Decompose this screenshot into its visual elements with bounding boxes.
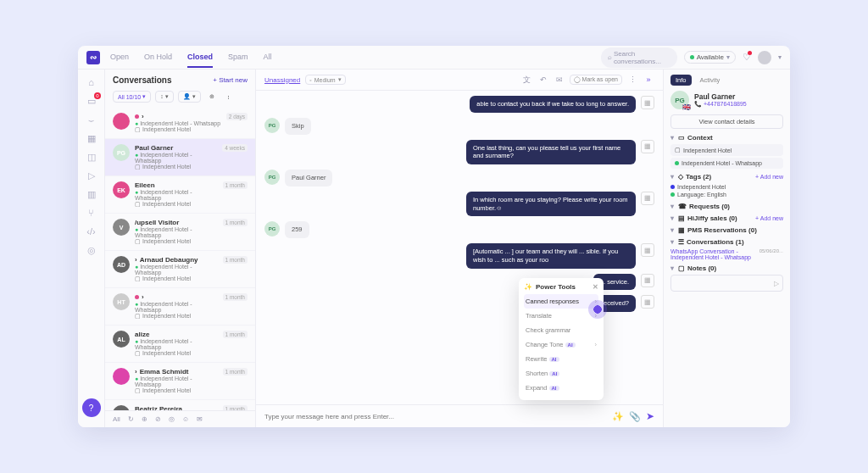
context-item: ▢ Independent Hotel — [670, 144, 783, 156]
message-composer: ✨ 📎 ➤ — [256, 404, 663, 427]
chevron-down-icon[interactable]: ▾ — [778, 53, 782, 61]
power-tool-item[interactable]: Translate› — [524, 309, 598, 323]
tab-onhold[interactable]: On Hold — [144, 47, 172, 68]
tab-spam[interactable]: Spam — [228, 47, 248, 68]
view-details-button[interactable]: View contact details — [670, 114, 783, 129]
chat-panel: Unassigned ◦ Medium ▾ 文 ↶ ✉ ◯ Mark as op… — [256, 70, 663, 427]
conversation-item[interactable]: EK Eileen ● Independent Hotel - Whatsapp… — [105, 176, 255, 214]
calendar-icon[interactable]: ▦ — [641, 243, 654, 257]
calendar-icon[interactable]: ▦ — [641, 96, 654, 109]
conversation-item[interactable]: AD ›Arnaud Debaugny ● Independent Hotel … — [105, 251, 255, 288]
send-button[interactable]: ➤ — [646, 410, 654, 422]
availability-status[interactable]: Available ▾ — [684, 51, 736, 64]
flag-icon: 🇬🇧 — [682, 103, 691, 111]
conversation-item[interactable]: › ● Independent Hotel - Whatsapp ▢ Indep… — [105, 108, 255, 139]
status-tabs: Open On Hold Closed Spam All — [110, 47, 272, 68]
message-row: PGPaul Garner — [264, 170, 654, 186]
power-tool-item[interactable]: Rewrite AI — [524, 352, 598, 366]
dashboard-icon[interactable]: ◫ — [86, 151, 97, 163]
nav-rail: ⌂ ▭ ⌣ ▦ ◫ ▷ ▥ ⑂ ‹/› ◎ ? — [78, 70, 105, 427]
power-tools-popover: ✨ Power Tools ✕ Canned responses›Transla… — [519, 278, 604, 400]
wand-icon: ✨ — [524, 283, 532, 291]
message-row: ▦[Automatic ... ] our team and they will… — [264, 243, 654, 269]
start-new-button[interactable]: + Start new — [213, 76, 248, 84]
message-row: PGSkip — [264, 118, 654, 135]
channel-filter[interactable]: ↻ — [128, 415, 134, 423]
channel-filter[interactable]: ☺ — [182, 415, 189, 423]
priority-select[interactable]: ◦ Medium ▾ — [305, 75, 345, 85]
mail-icon[interactable]: ✉ — [554, 74, 565, 86]
conversation-item[interactable]: AL alize ● Independent Hotel - Whatsapp … — [105, 326, 255, 363]
filter-more[interactable]: ⫶ — [223, 92, 235, 102]
power-tool-item[interactable]: Expand AI — [524, 381, 598, 395]
library-icon[interactable]: ▥ — [86, 188, 97, 200]
power-tool-item[interactable]: Canned responses› — [524, 294, 598, 309]
filter-view[interactable]: ⊕ — [205, 92, 219, 102]
tab-all[interactable]: All — [264, 47, 272, 68]
channel-filters: All↻⊕⊘◎☺✉ — [105, 410, 255, 427]
power-tool-item[interactable]: Change Tone AI› — [524, 337, 598, 352]
snooze-icon[interactable]: ↶ — [537, 74, 549, 86]
search-input[interactable]: ⌕ Search conversations... — [601, 47, 677, 68]
context-item: Independent Hotel - Whatsapp — [670, 158, 783, 169]
attachment-icon[interactable]: 📎 — [629, 411, 641, 422]
calendar-icon[interactable]: ▦ — [641, 274, 654, 287]
contacts-icon[interactable]: ⌣ — [86, 114, 97, 125]
calendar-icon[interactable]: ▦ — [641, 140, 654, 153]
highlight-pulse-icon — [588, 300, 607, 319]
note-input[interactable]: ▷ — [670, 275, 783, 292]
message-row: ▦able to contact you back if we take too… — [264, 96, 654, 113]
message-input[interactable] — [264, 413, 607, 420]
code-icon[interactable]: ‹/› — [86, 225, 97, 237]
flow-icon[interactable]: ⑂ — [86, 207, 97, 219]
mark-open-button[interactable]: ◯ Mark as open — [570, 75, 622, 85]
calendar-icon[interactable]: ▦ — [641, 192, 654, 205]
channel-filter[interactable]: ◎ — [169, 415, 175, 423]
app-logo: ∾ — [86, 51, 100, 64]
filter-sort[interactable]: ↕ ▾ — [155, 91, 173, 103]
notifications-icon[interactable]: ♡ — [743, 52, 751, 63]
tag-chip[interactable]: Language: English — [670, 192, 726, 198]
conversation-item[interactable]: HT › ● Independent Hotel - Whatsapp ▢ In… — [105, 288, 255, 326]
filter-user[interactable]: 👤 ▾ — [178, 91, 201, 103]
conversation-item[interactable]: Beatriz Pereira ● 1 month — [105, 400, 255, 410]
list-title: Conversations — [113, 75, 171, 85]
megaphone-icon[interactable]: ▷ — [86, 170, 97, 181]
calendar-icon[interactable]: ▦ — [641, 295, 654, 309]
user-avatar[interactable] — [758, 51, 771, 64]
add-hijiffy-button[interactable]: + Add new — [755, 215, 783, 221]
inbox-icon[interactable]: ▭ — [86, 95, 97, 107]
details-panel: Info Activity PG 🇬🇧 Paul Garner 📞 +44787… — [663, 70, 790, 427]
settings-icon[interactable]: ◎ — [86, 244, 97, 256]
close-icon[interactable]: ✕ — [593, 283, 598, 291]
channel-filter[interactable]: ✉ — [197, 415, 203, 423]
tag-chip[interactable]: Independent Hotel — [670, 184, 726, 190]
contact-avatar: PG 🇬🇧 — [670, 91, 689, 109]
tab-open[interactable]: Open — [110, 47, 129, 68]
assignee-link[interactable]: Unassigned — [264, 76, 300, 84]
more-icon[interactable]: ⋮ — [626, 74, 638, 86]
channel-filter[interactable]: All — [113, 415, 120, 423]
contact-phone[interactable]: 📞 +447876418895 — [694, 101, 747, 108]
conversation-item[interactable]: V /upsell Visitor ● Independent Hotel - … — [105, 214, 255, 251]
power-tool-item[interactable]: Check grammar — [524, 323, 598, 337]
channel-filter[interactable]: ⊘ — [155, 415, 161, 423]
conversation-item[interactable]: ›Emma Schmidt ● Independent Hotel - What… — [105, 363, 255, 400]
chevron-down-icon: ▾ — [726, 53, 730, 61]
calendar-icon[interactable]: ▦ — [86, 132, 97, 144]
tab-activity[interactable]: Activity — [695, 75, 726, 86]
home-icon[interactable]: ⌂ — [86, 76, 97, 88]
magic-wand-icon[interactable]: ✨ — [612, 411, 624, 422]
power-tool-item[interactable]: Shorten AI — [524, 366, 598, 381]
channel-filter[interactable]: ⊕ — [142, 415, 147, 423]
translate-icon[interactable]: 文 — [521, 74, 533, 86]
add-tag-button[interactable]: + Add new — [755, 174, 783, 180]
filter-all[interactable]: All 10/10 ▾ — [113, 91, 151, 103]
conversation-item[interactable]: PG Paul Garner ● Independent Hotel - Wha… — [105, 139, 255, 176]
conversation-link[interactable]: WhatsApp Conversation - Independent Hote… — [670, 248, 783, 260]
collapse-icon[interactable]: » — [643, 74, 654, 86]
tab-info[interactable]: Info — [670, 75, 692, 86]
help-button[interactable]: ? — [82, 398, 101, 417]
message-row: ▦One last thing, can you please tell us … — [264, 140, 654, 165]
tab-closed[interactable]: Closed — [187, 47, 213, 68]
